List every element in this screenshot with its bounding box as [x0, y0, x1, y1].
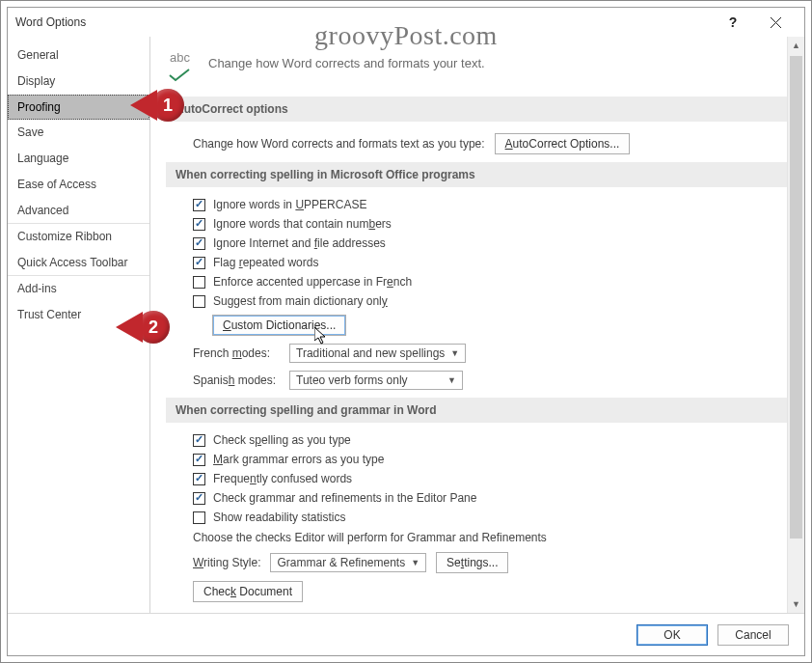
marker-tail-icon	[116, 312, 143, 343]
cb-readability-stats[interactable]: Show readability statistics	[166, 508, 791, 527]
close-icon	[771, 17, 781, 28]
section-spelling-office-head: When correcting spelling in Microsoft Of…	[166, 162, 791, 187]
cb-check-spelling[interactable]: Check spelling as you type	[166, 430, 791, 450]
content-area: abc Change how Word corrects and formats…	[150, 37, 804, 613]
scroll-down-button[interactable]: ▼	[788, 595, 804, 613]
section-spelling-word-head: When correcting spelling and grammar in …	[166, 398, 791, 423]
checkbox-icon	[193, 257, 205, 269]
sidebar-item-add-ins[interactable]: Add-ins	[8, 276, 149, 302]
marker-tail-icon	[130, 90, 157, 121]
cb-flag-repeated[interactable]: Flag repeated words	[166, 253, 791, 272]
checkbox-icon	[193, 199, 205, 211]
checkbox-icon	[193, 454, 205, 466]
checkmark-icon	[168, 68, 197, 83]
settings-button[interactable]: Settings...	[436, 552, 508, 573]
spanish-modes-row: Spanish modes: Tuteo verb forms only▼	[166, 367, 791, 394]
scroll-up-button[interactable]: ▲	[788, 37, 804, 54]
chevron-down-icon: ▼	[411, 558, 420, 567]
checkbox-icon	[193, 473, 205, 485]
word-options-window: Word Options ? groovyPost.com General Di…	[0, 0, 812, 663]
sidebar-item-ease-of-access[interactable]: Ease of Access	[8, 172, 149, 198]
dialog-footer: OK Cancel	[8, 613, 804, 655]
window-controls: ?	[712, 8, 797, 37]
writing-style-select[interactable]: Grammar & Refinements▼	[270, 553, 426, 572]
checkbox-icon	[193, 492, 205, 505]
french-modes-row: French modes: Traditional and new spelli…	[166, 340, 791, 367]
scrollbar[interactable]: ▲ ▼	[787, 37, 804, 613]
help-button[interactable]: ?	[712, 8, 754, 37]
check-document-button[interactable]: Check Document	[193, 581, 303, 602]
checkbox-icon	[193, 511, 205, 524]
writing-style-row: Writing Style: Grammar & Refinements▼ Se…	[166, 548, 791, 577]
french-modes-label: French modes:	[193, 346, 280, 360]
ok-button[interactable]: OK	[636, 624, 708, 646]
cb-accented-french[interactable]: Enforce accented uppercase in French	[166, 272, 791, 291]
content-inner: abc Change how Word corrects and formats…	[150, 37, 804, 613]
annotation-marker-2: 2	[110, 311, 170, 344]
titlebar: Word Options ?	[8, 8, 804, 37]
cb-main-dict-only[interactable]: Suggest from main dictionary only	[166, 291, 791, 311]
cb-mark-grammar[interactable]: Mark grammar errors as you type	[166, 450, 791, 469]
custom-dictionaries-row: Custom Dictionaries...	[166, 311, 791, 340]
sidebar-item-customize-ribbon[interactable]: Customize Ribbon	[8, 224, 149, 250]
cb-ignore-uppercase[interactable]: Ignore words in UPPERCASE	[166, 195, 791, 214]
autocorrect-options-button[interactable]: AutoCorrect Options...	[495, 133, 631, 154]
section-autocorrect-head: AutoCorrect options	[166, 97, 791, 122]
checkbox-icon	[193, 434, 205, 447]
sidebar-item-language[interactable]: Language	[8, 146, 149, 172]
spanish-modes-select[interactable]: Tuteo verb forms only▼	[289, 371, 463, 390]
sidebar-item-save[interactable]: Save	[8, 120, 149, 146]
annotation-marker-1: 1	[124, 89, 184, 122]
autocorrect-row: Change how Word corrects and formats tex…	[166, 129, 791, 158]
sidebar-item-general[interactable]: General	[8, 42, 149, 69]
checkbox-icon	[193, 276, 205, 289]
french-modes-select[interactable]: Traditional and new spellings▼	[289, 344, 466, 363]
intro-row: abc Change how Word corrects and formats…	[166, 46, 791, 93]
cb-check-grammar-editor[interactable]: Check grammar and refinements in the Edi…	[166, 488, 791, 508]
cb-ignore-numbers[interactable]: Ignore words that contain numbers	[166, 214, 791, 234]
refinements-label: Choose the checks Editor will perform fo…	[166, 527, 791, 548]
checkbox-icon	[193, 237, 205, 250]
cancel-button[interactable]: Cancel	[717, 624, 789, 646]
window-title: Word Options	[15, 8, 86, 37]
scroll-thumb[interactable]	[790, 56, 802, 539]
writing-style-label: Writing Style:	[193, 556, 260, 569]
cb-confused-words[interactable]: Frequently confused words	[166, 469, 791, 488]
abc-label: abc	[170, 50, 190, 65]
autocorrect-label: Change how Word corrects and formats tex…	[193, 137, 485, 151]
chevron-down-icon: ▼	[447, 375, 456, 385]
checkbox-icon	[193, 295, 205, 308]
sidebar-item-quick-access-toolbar[interactable]: Quick Access Toolbar	[8, 250, 149, 276]
sidebar-item-advanced[interactable]: Advanced	[8, 198, 149, 224]
spanish-modes-label: Spanish modes:	[193, 373, 280, 387]
intro-text: Change how Word corrects and formats you…	[208, 50, 485, 70]
checkbox-icon	[193, 218, 205, 231]
proofing-icon: abc	[166, 50, 199, 83]
check-document-row: Check Document	[166, 577, 791, 606]
close-button[interactable]	[754, 8, 797, 37]
custom-dictionaries-button[interactable]: Custom Dictionaries...	[212, 315, 346, 336]
cb-ignore-internet[interactable]: Ignore Internet and file addresses	[166, 234, 791, 253]
chevron-down-icon: ▼	[450, 348, 459, 358]
